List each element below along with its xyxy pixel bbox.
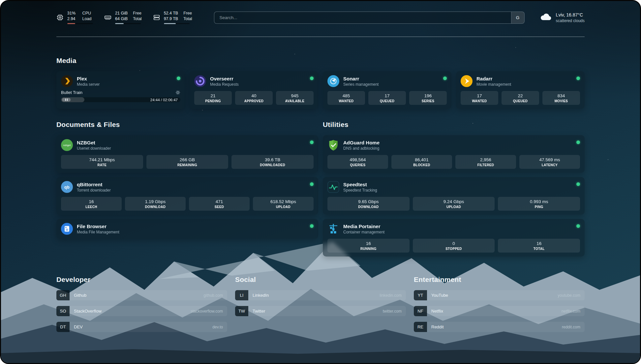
overseerr-icon bbox=[194, 75, 206, 87]
bookmark-netflix[interactable]: NF Netflix netflix.com bbox=[414, 306, 585, 316]
status-dot bbox=[576, 76, 580, 80]
bookmark-label: Reddit bbox=[427, 322, 444, 332]
qbittorrent-icon: qb bbox=[61, 181, 73, 193]
service-card-overseerr[interactable]: Overseerr Media Requests 21 PENDING 40 A… bbox=[190, 71, 318, 109]
cpu-label-top: CPU bbox=[82, 11, 93, 16]
service-name: Sonarr bbox=[343, 76, 379, 81]
stat-tile: 9.65 Gbps DOWNLOAD bbox=[327, 197, 410, 211]
status-dot bbox=[310, 76, 314, 80]
section-title-entertainment: Entertainment bbox=[414, 276, 585, 284]
memory-label-bottom: Total bbox=[133, 16, 141, 22]
search-bar[interactable]: G bbox=[214, 12, 525, 24]
status-dot bbox=[576, 224, 580, 228]
stat-tile: 22 QUEUED bbox=[502, 91, 539, 105]
bookmark-github[interactable]: GH Github github.com bbox=[56, 290, 227, 300]
bookmark-twitter[interactable]: TW Twitter twitter.com bbox=[235, 306, 406, 316]
section-title-media: Media bbox=[56, 57, 585, 65]
service-subtitle: Movie management bbox=[476, 82, 511, 87]
search-provider-button[interactable]: G bbox=[511, 12, 524, 23]
service-subtitle: Media Requests bbox=[210, 82, 239, 87]
service-card-nzbget[interactable]: nzbget NZBGet Usenet downloader 744.21 M… bbox=[56, 135, 318, 173]
status-dot bbox=[310, 224, 314, 228]
cpu-percent: 31% bbox=[67, 11, 77, 16]
service-card-radarr[interactable]: Radarr Movie management 17 WANTED 22 QUE… bbox=[456, 71, 585, 109]
stat-tile: 471 SEED bbox=[189, 197, 250, 211]
bookmark-url: twitter.com bbox=[383, 306, 406, 316]
service-card-filebrowser[interactable]: File Browser Media File Management bbox=[56, 219, 318, 239]
bookmark-dev[interactable]: DT DEV dev.to bbox=[56, 322, 227, 332]
disk-total: 97.9 TB bbox=[164, 16, 178, 22]
service-card-adguard[interactable]: AdGuard Home DNS and adblocking 498,564 … bbox=[323, 135, 585, 173]
pause-button[interactable] bbox=[62, 98, 71, 102]
cloud-icon bbox=[540, 12, 552, 23]
stat-tile: 17 QUEUED bbox=[368, 91, 406, 105]
memory-usage-bar bbox=[115, 23, 141, 24]
bookmark-url: youtube.com bbox=[558, 290, 585, 300]
bookmark-label: StackOverflow bbox=[70, 306, 102, 316]
bookmark-youtube[interactable]: YT YouTube youtube.com bbox=[414, 290, 585, 300]
stat-tile: 485 WANTED bbox=[327, 91, 365, 105]
section-utilities: Utilities bbox=[323, 121, 585, 257]
plex-icon bbox=[61, 75, 73, 87]
bookmark-url: stackoverflow.com bbox=[191, 306, 227, 316]
stat-tile: 266 GB REMAINING bbox=[146, 155, 229, 169]
pause-icon bbox=[65, 99, 68, 101]
bookmark-label: YouTube bbox=[427, 290, 448, 300]
status-dot bbox=[576, 140, 580, 144]
stat-tile: 21 PENDING bbox=[194, 91, 232, 105]
section-title-utilities: Utilities bbox=[323, 121, 585, 129]
service-card-portainer[interactable]: Media Portainer Container management 16 … bbox=[323, 219, 585, 257]
cpu-chip-icon bbox=[56, 14, 64, 21]
memory-free: 21 GiB bbox=[115, 11, 128, 16]
bookmark-abbr: RE bbox=[414, 322, 427, 332]
service-card-qbittorrent[interactable]: qb qBittorrent Torrent downloader 16 bbox=[56, 177, 318, 215]
status-dot bbox=[310, 182, 314, 186]
service-name: Plex bbox=[77, 76, 100, 81]
svg-text:qb: qb bbox=[64, 185, 70, 190]
status-dot bbox=[576, 182, 580, 186]
memory-icon bbox=[104, 14, 111, 21]
bookmark-reddit[interactable]: RE Reddit reddit.com bbox=[414, 322, 585, 332]
memory-total: 64 GiB bbox=[115, 16, 128, 22]
bookmark-url: github.com bbox=[203, 290, 227, 300]
bookmark-url: netflix.com bbox=[562, 306, 585, 316]
section-title-documents: Documents & Files bbox=[56, 121, 318, 129]
section-title-social: Social bbox=[235, 276, 406, 284]
dashboard-window: 31% CPU 2.94 Load 21 bbox=[0, 0, 641, 364]
gear-icon[interactable] bbox=[175, 90, 180, 95]
bookmark-abbr: SO bbox=[56, 306, 70, 316]
service-name: Radarr bbox=[476, 76, 511, 81]
service-subtitle: Media server bbox=[77, 82, 100, 87]
service-card-plex[interactable]: Plex Media server Bullet Train bbox=[56, 71, 185, 109]
service-card-sonarr[interactable]: Sonarr Series management 485 WANTED 17 Q… bbox=[323, 71, 451, 109]
service-name: Overseerr bbox=[210, 76, 239, 81]
playback-progress-bar[interactable]: 24:44 / 02:06:47 bbox=[61, 97, 180, 102]
bookmark-group-entertainment: Entertainment YT YouTube youtube.com NF … bbox=[414, 276, 585, 332]
cpu-label-bottom: Load bbox=[82, 16, 93, 22]
disk-label-bottom: Total bbox=[183, 16, 192, 22]
service-subtitle: Series management bbox=[343, 82, 379, 87]
bookmark-linkedin[interactable]: LI LinkedIn linkedin.com bbox=[235, 290, 406, 300]
cpu-usage-bar bbox=[67, 23, 93, 24]
stat-tile: 945 AVAILABLE bbox=[276, 91, 314, 105]
stat-tile: 196 SERIES bbox=[409, 91, 447, 105]
sonarr-icon bbox=[327, 75, 339, 87]
stat-tile: 498,564 QUERIES bbox=[327, 155, 388, 169]
bookmark-abbr: LI bbox=[235, 290, 248, 300]
bookmark-label: Github bbox=[70, 290, 86, 300]
stat-tile: 86,401 BLOCKED bbox=[391, 155, 452, 169]
bookmark-label: LinkedIn bbox=[248, 290, 269, 300]
search-input[interactable] bbox=[214, 12, 511, 23]
section-documents: Documents & Files nzbget NZBGet Usenet d… bbox=[56, 121, 318, 257]
adguard-shield-icon bbox=[327, 139, 339, 151]
filebrowser-icon bbox=[61, 223, 73, 235]
weather-widget: Lviv, 16.87°C scattered clouds bbox=[540, 12, 585, 23]
now-playing-title: Bullet Train bbox=[61, 90, 82, 95]
bookmark-abbr: TW bbox=[235, 306, 248, 316]
service-card-speedtest[interactable]: Speedtest Speedtest Tracking 9.65 Gbps D… bbox=[323, 177, 585, 215]
stat-tile: 0.993 ms PING bbox=[498, 197, 580, 211]
bookmark-stackoverflow[interactable]: SO StackOverflow stackoverflow.com bbox=[56, 306, 227, 316]
stat-tile: 16 LEECH bbox=[61, 197, 122, 211]
service-name: AdGuard Home bbox=[343, 140, 380, 145]
stat-tile: 0 STOPPED bbox=[413, 239, 495, 253]
